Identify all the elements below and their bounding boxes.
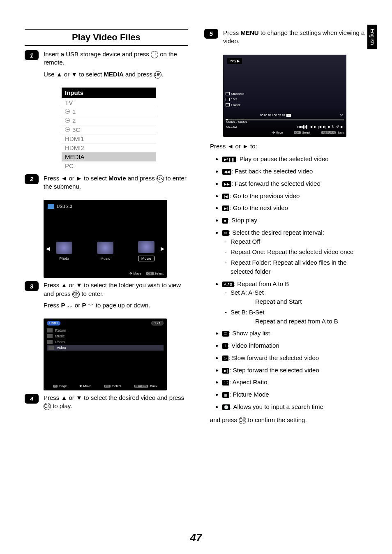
step-4-badge: 4	[25, 394, 39, 404]
av-icon	[65, 109, 70, 114]
step-1-text: Insert a USB storage device and press on…	[44, 50, 188, 67]
video-player-mock: Play ▶ Standard 16:9 Folder 00:00:08 / 0…	[223, 55, 346, 137]
search-time-icon: 🕘	[222, 404, 230, 410]
file-info: 00001 / 00001 001.avi	[226, 120, 247, 129]
cat-music: Music	[97, 242, 113, 261]
control-item: |◀: Go to the previous video	[222, 192, 367, 201]
hint-select: OK Select	[146, 272, 164, 275]
step-2-badge: 2	[25, 174, 39, 184]
control-item: ▶|: Go to the next video	[222, 203, 367, 212]
step-3-text: Press ▲ or ▼ to select the folder you wi…	[44, 281, 188, 298]
control-item: ▷: Slow forward the selected video	[222, 353, 367, 362]
aspect-ratio-icon: ⛶	[222, 380, 229, 385]
hint-move: ✥ Move	[129, 272, 141, 275]
next-icon: ▶|	[222, 205, 229, 211]
folder-icon	[47, 328, 53, 332]
breadcrumb: USB:\	[47, 321, 60, 325]
control-item: ▶▶: Fast forward the selected video	[222, 179, 367, 188]
inputs-row: HDMI1	[62, 134, 156, 143]
language-tab-label: English	[369, 29, 375, 45]
repeat-sub: Repeat Off	[231, 237, 367, 246]
list-item: Return	[47, 328, 164, 333]
control-item: ■: Stop play	[222, 216, 367, 225]
confirm-text: and press OK to confirm the setting.	[210, 416, 367, 425]
folder-icon	[48, 346, 54, 350]
list-item: Photo	[47, 339, 164, 345]
total-label: 16	[340, 113, 343, 118]
picture-mode-icon: ▦	[222, 392, 229, 398]
step-2-text: Press ◄ or ► to select Movie and press O…	[44, 174, 188, 191]
ab-sub: Set B: B-Set Repeat and repeat from A to…	[231, 308, 367, 326]
ok-icon: OK	[44, 403, 51, 410]
fast-forward-icon: ▶▶	[222, 181, 231, 187]
step-4-text: Press ▲ or ▼ to select the desired video…	[44, 394, 188, 411]
inputs-row: 1	[62, 107, 156, 116]
av-icon	[65, 118, 70, 123]
control-item: ▶|: Step forward the selected video	[222, 366, 367, 375]
play-pause-icon: ▶/❚❚	[222, 157, 236, 162]
repeat-ab-icon: A↺B	[222, 282, 234, 287]
usb-label: USB 2.0	[57, 204, 72, 209]
inputs-row: TV	[62, 98, 156, 107]
inputs-panel: Inputs TV 1 2 3C HDMI1 HDMI2 MEDIA PC	[62, 88, 156, 170]
control-item: ↻: Select the desired repeat interval: R…	[222, 228, 367, 276]
step-1-badge: 1	[25, 50, 39, 60]
av-icon	[65, 127, 70, 132]
section-title: Play Video Files	[25, 29, 188, 46]
ok-icon: OK	[72, 291, 80, 298]
stop-icon: ■	[222, 218, 228, 224]
ok-icon: OK	[239, 417, 246, 424]
folder-icon	[47, 334, 53, 338]
source-icon	[151, 51, 158, 58]
repeat-sub: Repeat Folder: Repeat all video files in…	[231, 258, 367, 276]
inputs-row: PC	[62, 161, 156, 170]
inputs-header: Inputs	[62, 88, 156, 98]
info-icon: i	[222, 343, 228, 349]
hint-move: ✥ Move	[79, 384, 91, 388]
tag-aspect: 16:9	[226, 97, 244, 102]
step-5-text: Press MENU to change the settings when v…	[223, 29, 367, 46]
playlist-icon: ≣	[222, 331, 229, 337]
cat-photo: Photo	[56, 242, 72, 261]
inputs-row: HDMI2	[62, 143, 156, 152]
hint-move: ✥ Move	[272, 131, 283, 135]
page-number: 47	[0, 531, 392, 544]
control-item: ◀◀: Fast back the selected video	[222, 167, 367, 176]
page-up-icon: ︿	[67, 302, 73, 309]
step-3-text-b: Press P ︿ or P ﹀ to page up or down.	[44, 301, 188, 309]
hint-select: OK Select	[294, 131, 310, 135]
tag-folder: Folder	[226, 103, 244, 108]
time-display: 00:00:08 / 00:02:28 ↔	[260, 113, 291, 118]
pause-label: Pause	[297, 125, 307, 129]
control-item: ⛶: Aspect Ratio	[222, 378, 367, 387]
list-item: Music	[47, 333, 164, 339]
hint-back: RETURN Back	[321, 131, 344, 135]
inputs-row: 2	[62, 116, 156, 125]
folder-browser-mock: USB:\ 1 \ 1 Return Music Photo Video P P…	[44, 319, 167, 390]
cat-movie-selected: Movie	[138, 241, 154, 261]
step-5-badge: 5	[204, 29, 218, 39]
ab-sub: Set A: A-Set Repeat and Start	[231, 288, 367, 306]
inputs-row: 3C	[62, 125, 156, 134]
control-item: 🕘: Allows you to input a search time	[222, 402, 367, 411]
step-forward-icon: ▶|	[222, 368, 229, 374]
list-item-selected: Video	[47, 345, 164, 351]
repeat-sub: Repeat One: Repeat the selected video on…	[231, 247, 367, 256]
page-down-icon: ﹀	[88, 302, 94, 309]
control-item: ▶/❚❚: Play or pause the selected video	[222, 155, 367, 164]
usb-icon	[48, 204, 54, 209]
media-browser-mock: USB 2.0 ◀▶ Photo Music Movie ✥ Move OK S…	[44, 200, 167, 278]
hint-back: RETURN Back	[134, 384, 157, 388]
language-tab: English	[367, 25, 377, 49]
previous-icon: |◀	[222, 194, 229, 199]
inputs-row-selected: MEDIA	[62, 152, 156, 161]
press-to-heading: Press ◄ or ► to:	[210, 142, 367, 151]
ok-icon: OK	[154, 71, 161, 78]
step-1-text-b: Use ▲ or ▼ to select MEDIA and press OK.	[44, 70, 188, 78]
control-item: i: Video information	[222, 341, 367, 350]
play-indicator: Play ▶	[227, 58, 242, 65]
control-item: A↺B: Repeat from A to B Set A: A-Set Rep…	[222, 279, 367, 326]
step-3-badge: 3	[25, 281, 39, 291]
hint-page: P Page	[53, 384, 67, 388]
slow-forward-icon: ▷	[222, 355, 228, 361]
